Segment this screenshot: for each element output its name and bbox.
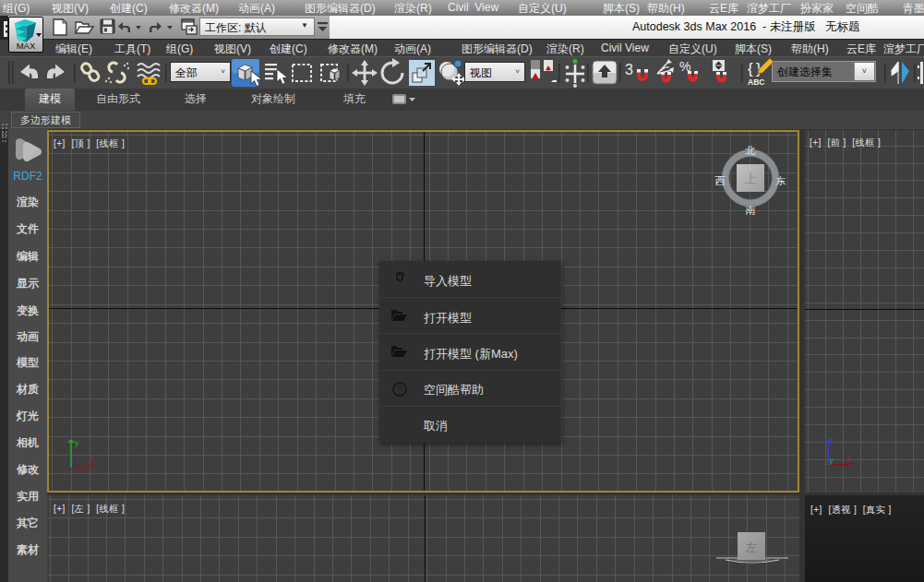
svg-text:3: 3 — [625, 62, 633, 77]
svg-text:z: z — [72, 458, 77, 468]
svg-text:z: z — [829, 437, 834, 445]
svg-text:y: y — [75, 438, 79, 447]
svg-text:南: 南 — [746, 205, 756, 216]
svg-text:y: y — [829, 456, 834, 465]
svg-text:东: 东 — [776, 175, 786, 186]
svg-text:MAX: MAX — [17, 41, 36, 51]
svg-text:x: x — [89, 454, 93, 463]
svg-text:?: ? — [397, 385, 402, 395]
svg-text:{: { — [748, 60, 753, 77]
svg-text:ABC: ABC — [748, 77, 764, 87]
svg-text:西: 西 — [715, 175, 726, 186]
svg-text:上: 上 — [745, 172, 757, 185]
svg-text:x: x — [846, 454, 850, 463]
svg-text:左: 左 — [746, 540, 758, 554]
svg-text:北: 北 — [745, 145, 756, 156]
